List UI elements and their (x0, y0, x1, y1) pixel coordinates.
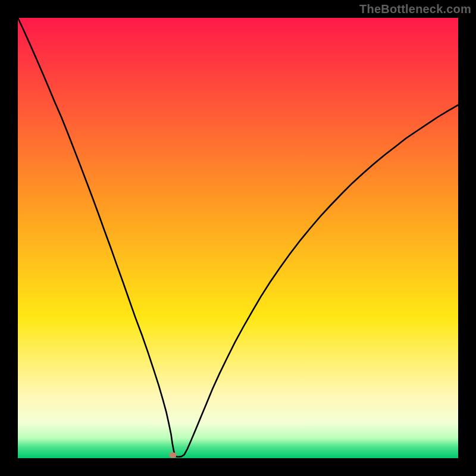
watermark-text: TheBottleneck.com (359, 2, 471, 16)
plot-area (18, 18, 458, 458)
optimum-marker (169, 452, 176, 458)
chart-svg (18, 18, 458, 458)
chart-frame: TheBottleneck.com (0, 0, 476, 476)
gradient-background (18, 18, 458, 458)
